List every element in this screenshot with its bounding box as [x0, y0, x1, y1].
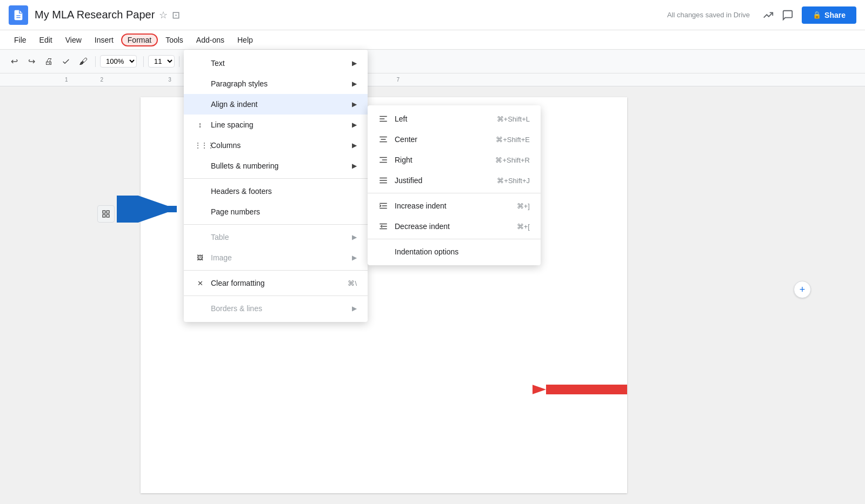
red-arrow	[533, 376, 630, 403]
table-chevron: ▶	[352, 233, 357, 241]
increase-indent-item[interactable]: Increase indent ⌘+]	[368, 196, 541, 216]
format-align-label: Align & indent	[211, 100, 257, 109]
menu-format[interactable]: Format	[121, 33, 158, 46]
font-size-select[interactable]: 11	[148, 55, 175, 68]
align-divider-1	[368, 193, 541, 193]
format-clearformatting-item[interactable]: ✕ Clear formatting ⌘\	[184, 273, 368, 293]
format-table-item: Table ▶	[184, 227, 368, 247]
format-pagenums-label: Page numbers	[211, 207, 260, 216]
align-justified-shortcut: ⌘+Shift+J	[497, 177, 530, 185]
align-justified-item[interactable]: Justified ⌘+Shift+J	[368, 170, 541, 191]
align-center-label: Center	[395, 135, 417, 144]
trend-icon[interactable]	[758, 5, 778, 25]
format-table-label: Table	[211, 233, 229, 241]
align-center-shortcut: ⌘+Shift+E	[496, 136, 530, 144]
svg-rect-5	[107, 214, 109, 217]
format-linespacing-label: Line spacing	[211, 120, 254, 129]
doc-icon	[9, 5, 28, 25]
share-button[interactable]: Share	[802, 6, 856, 24]
format-pagenums-item[interactable]: Page numbers	[184, 201, 368, 222]
linespacing-icon: ↕	[195, 120, 205, 129]
image-icon: 🖼	[195, 254, 205, 261]
drive-icon[interactable]: ⊡	[172, 9, 180, 21]
align-center-icon	[378, 135, 388, 144]
add-comment-button[interactable]: +	[794, 281, 811, 298]
ruler: 1 2 3 4 5 6 7	[0, 73, 865, 86]
spellcheck-button[interactable]	[58, 54, 74, 69]
divider-3	[184, 270, 368, 271]
clearformat-shortcut: ⌘\	[348, 279, 357, 287]
divider-4	[184, 295, 368, 296]
indentation-options-label: Indentation options	[395, 247, 458, 256]
toolbar-divider-2	[143, 56, 144, 67]
align-left-label: Left	[395, 115, 407, 123]
format-text-item[interactable]: Text ▶	[184, 53, 368, 73]
paragraph-chevron: ▶	[352, 80, 357, 88]
format-image-label: Image	[211, 253, 232, 262]
svg-rect-4	[103, 214, 105, 217]
menu-help[interactable]: Help	[232, 33, 258, 46]
indentation-options-item[interactable]: Indentation options	[368, 241, 541, 262]
linespacing-chevron: ▶	[352, 121, 357, 129]
format-paragraph-label: Paragraph styles	[211, 79, 268, 88]
text-chevron: ▶	[352, 59, 357, 67]
clearformat-icon: ✕	[195, 279, 205, 287]
decrease-indent-item[interactable]: Decrease indent ⌘+[	[368, 216, 541, 237]
zoom-select[interactable]: 100%	[100, 55, 137, 68]
toolbar: ↩ ↪ 🖨 🖌 100% 11 B I U A 🖊 🔗 💬 🖼 ⋯	[0, 50, 865, 73]
align-justified-label: Justified	[395, 176, 422, 185]
menu-bar: File Edit View Insert Format Tools Add-o…	[0, 30, 865, 50]
doc-title: My MLA Research Paper	[35, 9, 155, 21]
menu-addons[interactable]: Add-ons	[191, 33, 230, 46]
menu-tools[interactable]: Tools	[160, 33, 189, 46]
align-left-icon	[378, 114, 388, 124]
align-left-item[interactable]: Left ⌘+Shift+L	[368, 109, 541, 129]
format-bullets-label: Bullets & numbering	[211, 162, 278, 170]
menu-edit[interactable]: Edit	[34, 33, 58, 46]
print-button[interactable]: 🖨	[41, 54, 56, 69]
star-icon[interactable]: ☆	[159, 9, 168, 21]
svg-rect-2	[103, 211, 105, 213]
format-dropdown: Text ▶ Paragraph styles ▶ Align & indent…	[184, 50, 368, 322]
decrease-indent-label: Decrease indent	[395, 222, 450, 231]
format-headers-label: Headers & footers	[211, 187, 272, 196]
format-bullets-item[interactable]: Bullets & numbering ▶	[184, 156, 368, 176]
increase-indent-label: Increase indent	[395, 201, 447, 210]
align-right-label: Right	[395, 156, 412, 164]
comment-icon[interactable]	[778, 5, 797, 25]
align-divider-2	[368, 239, 541, 239]
format-text-label: Text	[211, 59, 225, 68]
format-paragraph-item[interactable]: Paragraph styles ▶	[184, 73, 368, 94]
increase-indent-icon	[378, 201, 388, 211]
align-right-shortcut: ⌘+Shift+R	[495, 156, 530, 164]
undo-button[interactable]: ↩	[6, 54, 22, 69]
toolbar-divider-1	[95, 56, 96, 67]
format-headers-item[interactable]: Headers & footers	[184, 181, 368, 201]
align-right-icon	[378, 155, 388, 165]
title-bar: My MLA Research Paper ☆ ⊡ All changes sa…	[0, 0, 865, 30]
menu-insert[interactable]: Insert	[89, 33, 119, 46]
format-borders-label: Borders & lines	[211, 304, 262, 313]
align-center-item[interactable]: Center ⌘+Shift+E	[368, 129, 541, 150]
align-right-item[interactable]: Right ⌘+Shift+R	[368, 150, 541, 170]
align-justified-icon	[378, 176, 388, 185]
left-margin-icon[interactable]	[97, 205, 115, 223]
menu-file[interactable]: File	[9, 33, 32, 46]
increase-indent-shortcut: ⌘+]	[517, 202, 530, 210]
format-borders-item: Borders & lines ▶	[184, 298, 368, 319]
image-chevron: ▶	[352, 254, 357, 261]
decrease-indent-icon	[378, 221, 388, 231]
redo-button[interactable]: ↪	[24, 54, 39, 69]
menu-view[interactable]: View	[60, 33, 87, 46]
columns-icon: ⋮⋮⋮	[195, 142, 205, 149]
format-columns-label: Columns	[211, 141, 241, 150]
auto-save-status: All changes saved in Drive	[667, 11, 750, 19]
align-chevron: ▶	[352, 100, 357, 108]
format-image-item: 🖼 Image ▶	[184, 247, 368, 268]
paint-format-button[interactable]: 🖌	[76, 54, 91, 69]
format-linespacing-item[interactable]: ↕ Line spacing ▶	[184, 115, 368, 135]
columns-chevron: ▶	[352, 142, 357, 149]
format-columns-item[interactable]: ⋮⋮⋮ Columns ▶	[184, 135, 368, 156]
format-align-item[interactable]: Align & indent ▶	[184, 94, 368, 115]
svg-rect-3	[107, 211, 109, 213]
